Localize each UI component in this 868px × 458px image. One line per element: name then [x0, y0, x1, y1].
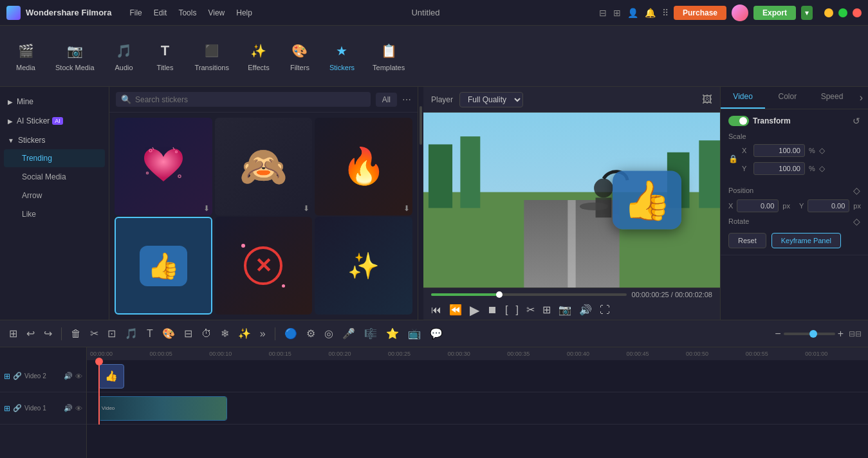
- track2-audio-icon[interactable]: 🔊: [64, 372, 73, 380]
- color-match-button[interactable]: 🎨: [160, 325, 178, 342]
- toolbar-stock[interactable]: 📷 Stock Media: [48, 35, 102, 77]
- freeze-button[interactable]: ❄: [218, 325, 232, 342]
- sidebar-item-social-media[interactable]: Social Media: [4, 168, 105, 186]
- window-maximize[interactable]: [838, 8, 847, 17]
- layout-button[interactable]: ⊟⊟: [849, 329, 862, 338]
- menu-tools[interactable]: Tools: [178, 8, 196, 17]
- more-options-icon[interactable]: ⋯: [402, 95, 411, 105]
- record-button[interactable]: 🎤: [340, 325, 358, 342]
- transform-reset-icon[interactable]: ↺: [853, 116, 860, 126]
- sticker-item-emoji[interactable]: 🙈 ⬇: [215, 118, 313, 215]
- play-button[interactable]: ▶: [470, 302, 479, 318]
- quality-select[interactable]: Full Quality: [459, 92, 523, 107]
- sticker-item-thumbs[interactable]: 👍: [115, 217, 212, 315]
- toolbar-effects[interactable]: ✨ Effects: [239, 35, 278, 77]
- lock-icon[interactable]: 🔒: [728, 154, 738, 163]
- crop-button[interactable]: ⊡: [105, 325, 118, 342]
- preview-image-icon[interactable]: 🖼: [702, 94, 712, 105]
- search-box[interactable]: 🔍: [116, 92, 371, 107]
- scale-y-reset-icon[interactable]: ◇: [819, 164, 825, 173]
- magnet-button[interactable]: 🔵: [282, 325, 300, 342]
- toolbar-templates[interactable]: 📋 Templates: [365, 35, 412, 77]
- stop-button[interactable]: ⏹: [487, 304, 497, 316]
- progress-bar[interactable]: [431, 293, 627, 296]
- notification-icon[interactable]: 🔔: [645, 8, 656, 18]
- audio-button[interactable]: 🔊: [579, 304, 592, 316]
- toolbar-media[interactable]: 🎬 Media: [6, 35, 45, 77]
- toolbar-transitions[interactable]: ⬛ Transitions: [187, 35, 237, 77]
- mark-out-button[interactable]: ]: [515, 304, 518, 316]
- sticker-item-fire[interactable]: 🔥 ⬇: [315, 118, 412, 215]
- apps-icon[interactable]: ⠿: [662, 8, 669, 18]
- text-button[interactable]: T: [144, 325, 156, 342]
- zoom-slider[interactable]: [784, 333, 835, 335]
- mine-header[interactable]: ▶ Mine: [0, 93, 109, 110]
- ripple-button[interactable]: ⚙: [304, 325, 318, 342]
- track1-eye-icon[interactable]: 👁: [75, 405, 82, 412]
- export-button[interactable]: Export: [753, 6, 796, 20]
- subtitle-button[interactable]: 💬: [427, 325, 445, 342]
- more-button[interactable]: »: [257, 325, 268, 342]
- purchase-button[interactable]: Purchase: [674, 6, 726, 20]
- undo-button[interactable]: ↩: [24, 325, 37, 342]
- tab-video[interactable]: Video: [721, 87, 765, 109]
- toolbar-titles[interactable]: T Titles: [146, 35, 185, 77]
- toolbar-stickers[interactable]: ★ Stickers: [322, 35, 362, 77]
- sticker-item-sparkle[interactable]: ✨: [315, 217, 412, 315]
- skip-back-button[interactable]: ⏮: [431, 304, 441, 316]
- audio-track-button[interactable]: 🎼: [362, 325, 380, 342]
- sticker-item-heart[interactable]: ⬇: [115, 118, 212, 215]
- snapshot-button[interactable]: 📷: [559, 304, 571, 316]
- sticker-clip[interactable]: 👍: [98, 364, 124, 389]
- toolbar-audio[interactable]: 🎵 Audio: [105, 35, 143, 77]
- rotate-reset-icon[interactable]: ◇: [853, 216, 860, 226]
- scale-x-input[interactable]: [753, 144, 805, 157]
- menu-view[interactable]: View: [208, 8, 225, 17]
- track2-link-icon[interactable]: 🔗: [13, 372, 22, 380]
- redo-button[interactable]: ↪: [41, 325, 55, 342]
- export-dropdown-button[interactable]: ▾: [801, 6, 813, 20]
- menu-help[interactable]: Help: [236, 8, 252, 17]
- zoom-in-button[interactable]: +: [838, 328, 844, 340]
- delete-button[interactable]: 🗑: [68, 325, 84, 342]
- toolbar-filters[interactable]: 🎨 Filters: [281, 35, 319, 77]
- sticker-track-button[interactable]: ⭐: [383, 325, 402, 342]
- track1-audio-icon[interactable]: 🔊: [64, 404, 73, 412]
- window-minimize[interactable]: [824, 8, 833, 17]
- mark-in-button[interactable]: [: [505, 304, 508, 316]
- speed-button[interactable]: ⏱: [199, 325, 214, 342]
- track1-link-icon[interactable]: 🔗: [13, 404, 22, 412]
- progress-thumb[interactable]: [496, 291, 503, 298]
- step-back-button[interactable]: ⏪: [449, 304, 462, 316]
- sidebar-item-trending[interactable]: Trending: [4, 149, 105, 167]
- sidebar-item-like[interactable]: Like: [4, 205, 105, 223]
- scale-y-input[interactable]: [753, 162, 805, 175]
- tab-color[interactable]: Color: [765, 87, 809, 109]
- zoom-out-button[interactable]: −: [775, 328, 780, 340]
- transform-toggle[interactable]: [728, 116, 749, 126]
- fit-frame-button[interactable]: ⊟: [181, 325, 195, 342]
- cut-button[interactable]: ✂: [88, 325, 101, 342]
- menu-edit[interactable]: Edit: [154, 8, 167, 17]
- video-clip[interactable]: Video: [98, 396, 227, 421]
- ai-sticker-header[interactable]: ▶ AI Sticker AI: [0, 113, 109, 129]
- marker-button[interactable]: ◎: [322, 325, 336, 342]
- pip-button[interactable]: 📺: [405, 325, 423, 342]
- track2-eye-icon[interactable]: 👁: [75, 372, 82, 380]
- pos-x-input[interactable]: [737, 199, 779, 212]
- reset-button[interactable]: Reset: [728, 233, 766, 248]
- fit-screen-button[interactable]: ⊞: [542, 304, 551, 316]
- tab-more[interactable]: ›: [854, 87, 868, 109]
- account-icon[interactable]: 👤: [627, 8, 638, 18]
- split-button[interactable]: ✂: [526, 304, 535, 316]
- scale-x-reset-icon[interactable]: ◇: [819, 146, 825, 155]
- menu-file[interactable]: File: [129, 8, 142, 17]
- position-reset-icon[interactable]: ◇: [853, 185, 860, 196]
- expand-icon[interactable]: ⊞: [613, 8, 621, 18]
- fullscreen-button[interactable]: ⛶: [600, 304, 610, 316]
- keyframe-button[interactable]: Keyframe Panel: [771, 233, 841, 248]
- search-input[interactable]: [135, 95, 365, 104]
- filter-all-button[interactable]: All: [376, 93, 397, 107]
- audio-separate-button[interactable]: 🎵: [122, 325, 140, 342]
- sticker-item-x[interactable]: ✕: [215, 217, 313, 315]
